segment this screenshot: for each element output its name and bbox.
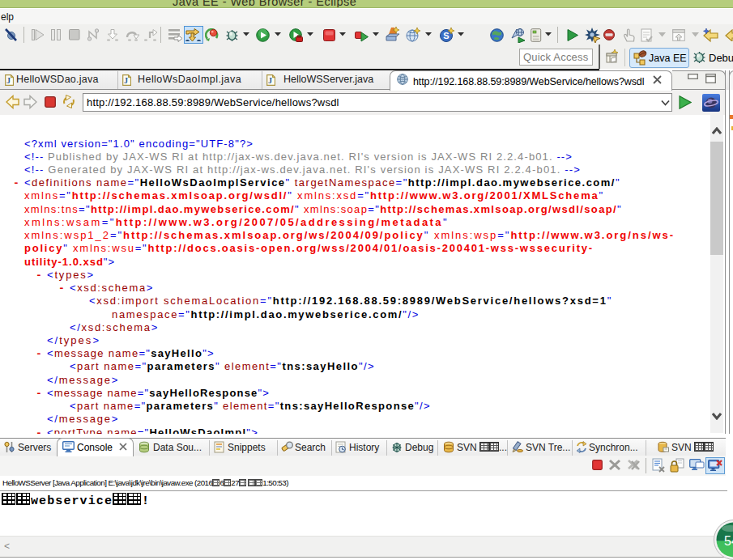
svg-text:54: 54 [724, 534, 733, 548]
svg-text:J: J [6, 76, 11, 85]
svg-text:J: J [268, 76, 272, 85]
svg-text:S: S [443, 31, 449, 40]
svg-text:J: J [124, 76, 128, 85]
